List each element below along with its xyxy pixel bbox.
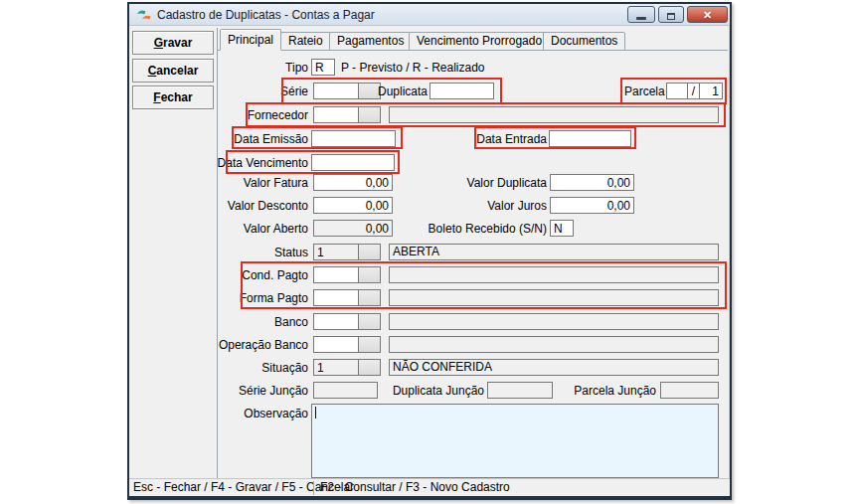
screen: Cadastro de Duplicatas - Contas a Pagar …	[0, 0, 857, 504]
operacao-banco-input[interactable]	[313, 336, 359, 353]
data-emissao-input[interactable]	[311, 130, 396, 147]
parcela-number-input[interactable]	[666, 83, 688, 99]
fornecedor-label: Fornecedor	[187, 107, 308, 123]
valor-juros-label: Valor Juros	[418, 198, 547, 214]
valor-fatura-input[interactable]	[313, 174, 393, 191]
operacao-banco-label: Operação Banco	[187, 337, 308, 353]
titlebar[interactable]: Cadastro de Duplicatas - Contas a Pagar …	[129, 4, 730, 26]
close-button[interactable]: ✕	[687, 6, 728, 23]
gravar-label: ravar	[163, 36, 192, 50]
operacao-banco-description-field	[389, 336, 719, 353]
fornecedor-lookup-button[interactable]	[359, 106, 381, 123]
restore-icon	[667, 13, 675, 20]
operacao-banco-lookup-button[interactable]	[359, 336, 381, 353]
cond-pagto-description-field	[389, 266, 719, 283]
minimize-icon	[636, 17, 646, 20]
parcela-label: Parcela	[624, 84, 662, 99]
close-icon: ✕	[703, 9, 712, 21]
forma-pagto-lookup-button[interactable]	[359, 289, 381, 306]
statusbar-divider	[313, 481, 314, 495]
window-title: Cadastro de Duplicatas - Contas a Pagar	[157, 8, 375, 22]
tab-pagamentos[interactable]: Pagamentos	[329, 32, 412, 51]
minimize-button[interactable]	[627, 6, 655, 23]
banco-label: Banco	[187, 314, 308, 330]
status-label: Status	[187, 245, 308, 260]
data-entrada-input[interactable]	[549, 130, 631, 147]
forma-pagto-label: Forma Pagto	[187, 290, 308, 306]
tab-principal[interactable]: Principal	[220, 29, 281, 51]
status-code-field	[313, 244, 359, 260]
situacao-label: Situação	[187, 360, 308, 376]
tab-rateio[interactable]: Rateio	[280, 32, 331, 51]
status-description-field: ABERTA	[389, 244, 719, 260]
serie-label: Série	[187, 84, 308, 99]
valor-aberto-label: Valor Aberto	[187, 221, 308, 237]
parcela-total-input[interactable]	[699, 83, 723, 99]
parcela-juncao-field	[660, 382, 719, 399]
gravar-accesskey: G	[154, 36, 163, 50]
valor-duplicata-input[interactable]	[550, 174, 634, 191]
situacao-code-field	[313, 359, 359, 376]
gravar-button[interactable]: Gravar	[132, 31, 214, 55]
banco-input[interactable]	[313, 313, 359, 330]
tipo-input[interactable]	[311, 59, 335, 76]
fornecedor-code-input[interactable]	[313, 106, 359, 123]
valor-aberto-field	[313, 220, 393, 237]
banco-description-field	[389, 313, 719, 330]
tipo-label: Tipo	[187, 60, 308, 76]
app-logo-icon	[136, 7, 152, 23]
data-vencimento-input[interactable]	[311, 154, 395, 171]
valor-duplicata-label: Valor Duplicata	[418, 175, 547, 191]
duplicata-juncao-field	[487, 382, 553, 399]
valor-juros-input[interactable]	[550, 197, 634, 214]
situacao-description-field: NÃO CONFERIDA	[389, 359, 719, 376]
cancelar-accesskey: C	[148, 64, 157, 78]
fechar-accesskey: F	[153, 90, 160, 104]
tab-documentos[interactable]: Documentos	[543, 32, 625, 51]
fornecedor-name-field	[389, 106, 719, 123]
boleto-recebido-input[interactable]	[550, 220, 574, 237]
observacao-label: Observação	[187, 406, 308, 421]
cadastro-duplicatas-window: Cadastro de Duplicatas - Contas a Pagar …	[127, 2, 732, 500]
valor-fatura-label: Valor Fatura	[187, 175, 308, 191]
restore-button[interactable]	[658, 6, 684, 23]
tipo-hint: P - Previsto / R - Realizado	[341, 60, 485, 76]
situacao-lookup-button[interactable]	[359, 359, 381, 376]
duplicata-juncao-label: Duplicata Junção	[378, 383, 484, 399]
serie-juncao-field	[313, 382, 378, 399]
serie-juncao-label: Série Junção	[187, 383, 308, 399]
data-vencimento-label: Data Vencimento	[187, 155, 308, 171]
forma-pagto-input[interactable]	[313, 289, 359, 306]
banco-lookup-button[interactable]	[359, 313, 381, 330]
forma-pagto-description-field	[389, 289, 719, 306]
valor-desconto-input[interactable]	[313, 197, 393, 214]
boleto-recebido-label: Boleto Recebido (S/N)	[398, 221, 547, 237]
cond-pagto-lookup-button[interactable]	[359, 266, 381, 283]
cond-pagto-input[interactable]	[313, 266, 359, 283]
duplicata-label: Duplicata	[328, 84, 428, 99]
tab-vencimento-prorrogado[interactable]: Vencimento Prorrogado	[409, 32, 550, 51]
status-lookup-button[interactable]	[359, 244, 381, 260]
statusbar: Esc - Fechar / F4 - Gravar / F5 - Cancel…	[129, 478, 730, 496]
duplicata-input[interactable]	[429, 83, 494, 99]
observacao-textarea[interactable]	[311, 404, 719, 478]
valor-desconto-label: Valor Desconto	[187, 198, 308, 214]
parcela-juncao-label: Parcela Junção	[567, 383, 656, 399]
cond-pagto-label: Cond. Pagto	[187, 267, 308, 283]
data-emissao-label: Data Emissão	[187, 131, 308, 147]
statusbar-shortcuts-right: F2 - Consultar / F3 - Novo Cadastro	[320, 479, 510, 497]
data-entrada-label: Data Entrada	[447, 131, 547, 147]
